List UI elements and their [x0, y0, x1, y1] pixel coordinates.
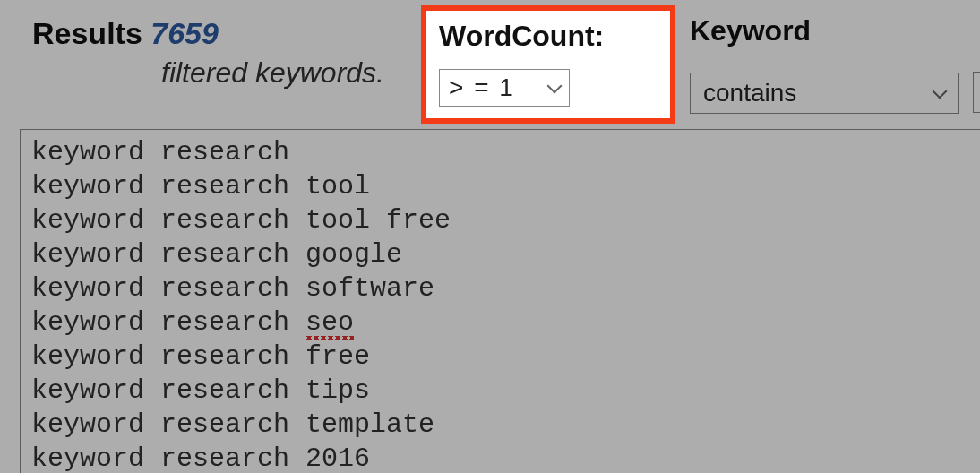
wordcount-filter-highlight: WordCount: > = 1 — [421, 5, 675, 124]
chevron-down-icon — [547, 79, 563, 94]
list-item: keyword research tool free — [31, 203, 969, 237]
keyword-text-input[interactable] — [973, 72, 980, 113]
list-item: keyword research tool — [31, 169, 969, 203]
list-item: keyword research tips — [31, 374, 969, 408]
wordcount-label: WordCount: — [439, 20, 658, 53]
list-item: keyword research — [31, 135, 969, 169]
wordcount-select[interactable]: > = 1 — [439, 69, 570, 107]
results-summary: Results 7659 filtered keywords. — [32, 16, 384, 90]
list-item: keyword research free — [31, 340, 969, 374]
keyword-filter-block: Keyword contains — [690, 14, 959, 114]
list-item: keyword research software — [31, 271, 969, 305]
list-item: keyword research 2016 — [31, 442, 969, 473]
list-item: keyword research google — [31, 237, 969, 271]
keyword-results-list[interactable]: keyword researchkeyword research toolkey… — [20, 129, 980, 473]
results-subtitle: filtered keywords. — [161, 56, 384, 90]
results-count: 7659 — [150, 16, 219, 50]
keyword-filter-selected-value: contains — [703, 79, 796, 108]
results-label: Results — [32, 16, 142, 50]
chevron-down-icon — [933, 84, 948, 99]
wordcount-selected-value: > = 1 — [449, 73, 515, 102]
list-item: keyword research template — [31, 408, 969, 442]
list-item: keyword research seo — [31, 305, 969, 340]
keyword-filter-label: Keyword — [690, 14, 959, 47]
spellcheck-underline: seo — [305, 307, 354, 340]
keyword-filter-select[interactable]: contains — [690, 73, 959, 114]
